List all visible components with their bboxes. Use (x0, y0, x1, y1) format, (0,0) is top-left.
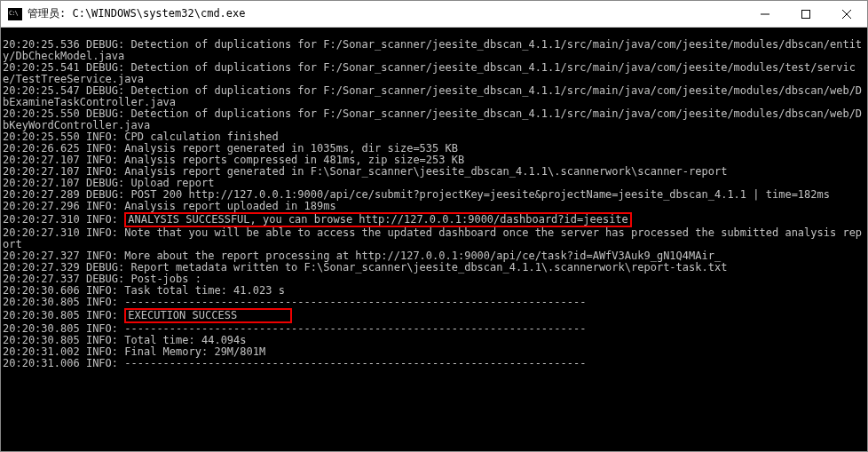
window-title: 管理员: C:\WINDOWS\system32\cmd.exe (28, 6, 246, 21)
analysis-success-highlight: ANALYSIS SUCCESSFUL, you can browse http… (124, 212, 632, 227)
log-line: 20:20:25.547 DEBUG: Detection of duplica… (3, 85, 865, 108)
log-line: 20:20:31.006 INFO: ---------------------… (3, 358, 865, 369)
cmd-window: 管理员: C:\WINDOWS\system32\cmd.exe 20:20:2… (0, 0, 868, 452)
log-line: 20:20:27.310 INFO: ANALYSIS SUCCESSFUL, … (3, 212, 865, 227)
log-line: 20:20:25.550 DEBUG: Detection of duplica… (3, 108, 865, 131)
titlebar[interactable]: 管理员: C:\WINDOWS\system32\cmd.exe (1, 1, 867, 28)
log-line: 20:20:25.541 DEBUG: Detection of duplica… (3, 62, 865, 85)
minimize-button[interactable] (745, 1, 785, 28)
log-line: 20:20:27.296 INFO: Analysis report uploa… (3, 201, 865, 212)
maximize-button[interactable] (785, 1, 826, 28)
log-line: 20:20:30.805 INFO: EXECUTION SUCCESS (3, 308, 865, 323)
log-prefix: 20:20:27.310 INFO: (3, 213, 124, 226)
log-line: 20:20:27.310 INFO: Note that you will be… (3, 227, 865, 250)
svg-rect-1 (802, 10, 810, 18)
cmd-icon (8, 8, 22, 20)
execution-success-highlight: EXECUTION SUCCESS (124, 308, 292, 323)
log-prefix: 20:20:30.805 INFO: (3, 309, 124, 321)
console-output[interactable]: 20:20:25.536 DEBUG: Detection of duplica… (1, 28, 867, 451)
log-line: 20:20:25.536 DEBUG: Detection of duplica… (3, 39, 865, 62)
close-button[interactable] (826, 1, 867, 28)
log-line: 20:20:30.805 INFO: ---------------------… (3, 297, 865, 308)
